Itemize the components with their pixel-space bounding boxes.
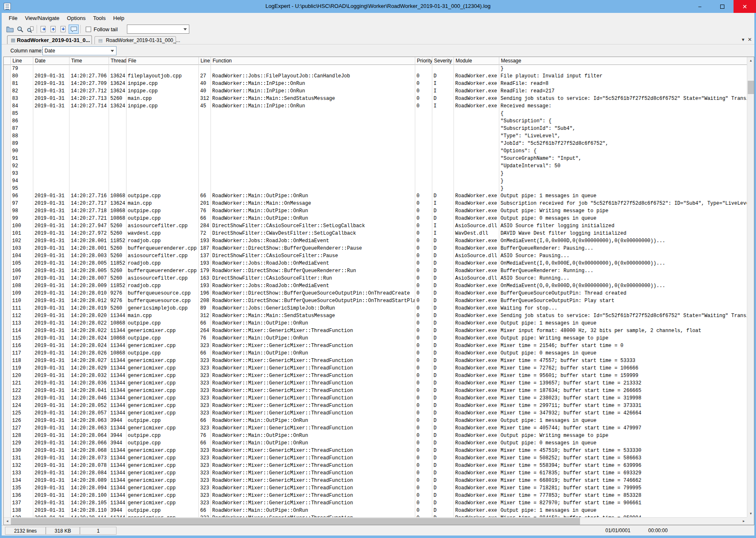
table-row[interactable]: 812019-01-3114:20:27.70913624inpipe.cpp4… [4,80,747,87]
table-row[interactable]: 1302019-01-3114:20:28.06811344genericmix… [4,447,747,454]
search-icon[interactable] [15,25,25,34]
table-row[interactable]: 89"JobId": "5c52f61b7f27f52d8c6f6752", [4,140,747,147]
column-header-thread-4[interactable]: Thread [109,57,126,65]
column-header-date-2[interactable]: Date [33,57,69,65]
bookmark-up-icon[interactable] [49,25,59,34]
search-filter-icon[interactable] [25,25,35,34]
vertical-scroll-thumb[interactable] [748,81,754,94]
table-row[interactable]: 1032019-01-3114:20:28.0015260bufferqueue… [4,245,747,252]
table-row[interactable]: 1062019-01-3114:20:28.0055260bufferqueue… [4,267,747,275]
table-row[interactable]: 1002019-01-3114:20:27.9475260asiosourcef… [4,222,747,230]
minimize-button[interactable]: – [689,0,711,13]
toolbar-combobox[interactable] [127,25,189,34]
table-row[interactable]: 832019-01-3114:20:27.7135260main.cpp312R… [4,95,747,102]
column-name-combobox[interactable]: Date [42,46,116,55]
table-row[interactable]: 1102019-01-3114:20:28.0129276bufferqueue… [4,297,747,305]
table-row[interactable]: 1382019-01-3114:20:28.1103944outpipe.cpp… [4,507,747,514]
table-row[interactable]: 1042019-01-3114:20:28.0035260asiosourcef… [4,252,747,260]
table-row[interactable]: 88"Type": "LiveLevel", [4,132,747,140]
table-row[interactable]: 1322019-01-3114:20:28.07811344genericmix… [4,462,747,469]
table-row[interactable]: 1182019-01-3114:20:28.02711344genericmix… [4,357,747,364]
table-row[interactable]: 1282019-01-3114:20:28.0643944outpipe.cpp… [4,432,747,439]
column-header-line-1[interactable]: Line [11,57,33,65]
table-row[interactable]: 1372019-01-3114:20:28.10511344genericmix… [4,499,747,507]
table-row[interactable]: 91"SourceGraphName": "Input", [4,155,747,162]
table-row[interactable]: 93} [4,170,747,177]
menu-help[interactable]: Help [109,13,128,23]
titlebar[interactable]: LogExpert - U:\public\HSC\ROAD\Logging\W… [0,0,756,13]
menu-file[interactable]: File [5,13,21,23]
table-row[interactable]: 1262019-01-3114:20:28.0633944outpipe.cpp… [4,417,747,424]
table-row[interactable]: 1352019-01-3114:20:28.09411344genericmix… [4,484,747,492]
table-row[interactable]: 1272019-01-3114:20:28.06311344genericmix… [4,424,747,432]
table-row[interactable]: 1172019-01-3114:20:28.02610868outpipe.cp… [4,350,747,357]
close-button[interactable]: ✕ [734,0,756,13]
column-header-severity-9[interactable]: Severity [432,57,454,65]
table-row[interactable]: 1332019-01-3114:20:28.08411344genericmix… [4,469,747,477]
scroll-up-icon[interactable]: ▴ [747,57,754,64]
table-row[interactable]: 1112019-01-3114:20:28.0195260genericsimp… [4,305,747,312]
table-row[interactable]: 1142019-01-3114:20:28.02211344genericmix… [4,327,747,335]
menu-tools[interactable]: Tools [89,13,109,23]
bookmark-down-icon[interactable] [59,25,69,34]
open-file-icon[interactable] [5,25,15,34]
table-row[interactable]: 87"SubscriptionId": "Sub4", [4,125,747,132]
table-row[interactable]: 1122019-01-3114:20:28.02011344main.cpp31… [4,312,747,320]
column-header-priority-8[interactable]: Priority [415,57,432,65]
table-row[interactable]: 842019-01-3114:20:27.71413624inpipe.cpp4… [4,102,747,110]
table-row[interactable]: 982019-01-3114:20:27.71810868outpipe.cpp… [4,207,747,215]
maximize-button[interactable] [711,0,734,13]
column-header-message-11[interactable]: Message [499,57,747,65]
table-row[interactable]: 1252019-01-3114:20:28.05711344genericmix… [4,409,747,417]
table-row[interactable]: 1082019-01-3114:20:28.00911852roadjob.cp… [4,282,747,290]
table-row[interactable]: 822019-01-3114:20:27.71213624inpipe.cpp4… [4,87,747,95]
table-row[interactable]: 1212019-01-3114:20:28.03611344genericmix… [4,379,747,387]
menu-view-navigate[interactable]: View/Navigate [21,13,63,23]
table-row[interactable]: 86"Subscription": { [4,117,747,125]
tab-roadworker-inactive[interactable]: ▤ RoadWorker_2019-01-31_000_... [94,36,176,44]
tab-close-icon[interactable]: ✕ [748,37,752,42]
scroll-right-icon[interactable]: ▸ [740,518,747,525]
table-row[interactable]: 1392019-01-3114:20:28.11111344genericmix… [4,514,747,517]
table-row[interactable]: 1232019-01-3114:20:28.04611344genericmix… [4,394,747,402]
table-row[interactable]: 1292019-01-3114:20:28.0663944outpipe.cpp… [4,439,747,447]
table-row[interactable]: 1362019-01-3114:20:28.10011344genericmix… [4,492,747,499]
table-row[interactable]: 1132019-01-3114:20:28.02210868outpipe.cp… [4,320,747,327]
table-row[interactable]: 1092019-01-3114:20:28.0109276bufferqueue… [4,290,747,297]
column-header-line-6[interactable]: Line [199,57,211,65]
table-row[interactable]: 1162019-01-3114:20:28.02411344genericmix… [4,342,747,350]
comment-bubble-icon[interactable] [69,25,79,34]
table-row[interactable]: 95} [4,185,747,192]
goto-next-icon[interactable] [39,25,49,34]
column-header-time-3[interactable]: Time [69,57,109,65]
horizontal-scrollbar[interactable]: ◂ ▸ [4,517,747,525]
table-row[interactable]: 1202019-01-3114:20:28.03211344genericmix… [4,372,747,379]
table-row[interactable]: 1312019-01-3114:20:28.07311344genericmix… [4,454,747,462]
scroll-left-icon[interactable]: ◂ [4,518,11,525]
table-row[interactable]: 1192019-01-3114:20:28.02911344genericmix… [4,364,747,372]
table-row[interactable]: 1022019-01-3114:20:28.00111852roadjob.cp… [4,237,747,245]
scroll-down-icon[interactable]: ▾ [747,510,754,517]
table-row[interactable]: 90"Options": { [4,147,747,155]
table-row[interactable]: 92"UpdateInterval": 50 [4,162,747,170]
tab-roadworker-active[interactable]: ▤ RoadWorker_2019-01-31_0... [7,35,92,44]
table-row[interactable]: 802019-01-3114:20:27.70613624fileplayout… [4,72,747,80]
table-row[interactable]: 1052019-01-3114:20:28.00511852roadjob.cp… [4,260,747,267]
table-row[interactable]: 94} [4,177,747,185]
column-header-file-5[interactable]: File [126,57,199,65]
table-row[interactable]: 962019-01-3114:20:27.71610868outpipe.cpp… [4,192,747,200]
table-row[interactable]: 1012019-01-3114:20:27.9725260wavdest.cpp… [4,230,747,237]
table-row[interactable]: 85{ [4,110,747,117]
follow-tail-checkbox[interactable] [86,27,91,32]
table-row[interactable]: 1222019-01-3114:20:28.04111344genericmix… [4,387,747,394]
menu-options[interactable]: Options [63,13,89,23]
table-row[interactable]: 1152019-01-3114:20:28.02410868outpipe.cp… [4,335,747,342]
horizontal-scroll-thumb[interactable] [11,518,580,525]
table-row[interactable]: 972019-01-3114:20:27.71713624main.cpp201… [4,200,747,207]
table-row[interactable]: 1242019-01-3114:20:28.05211344genericmix… [4,402,747,409]
table-row[interactable]: 992019-01-3114:20:27.72110868outpipe.cpp… [4,215,747,222]
table-row[interactable]: 1072019-01-3114:20:28.0075260asiosourcef… [4,275,747,282]
column-header-function-7[interactable]: Function [211,57,415,65]
column-header-module-10[interactable]: Module [454,57,499,65]
table-row[interactable]: 79} [4,65,747,72]
